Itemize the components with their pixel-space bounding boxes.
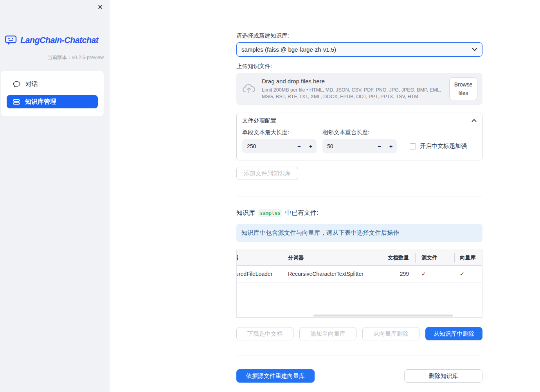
file-dropzone[interactable]: Drag and drop files here Limit 200MB per… (236, 73, 482, 105)
col-header-vector-store: 向量库 (454, 250, 482, 265)
upload-label: 上传知识文件: (236, 63, 482, 70)
divider (236, 356, 482, 356)
kb-selectbox-value: samples (faiss @ bge-large-zh-v1.5) (241, 46, 472, 53)
chat-smiley-logo-icon (5, 34, 17, 46)
cell-vector-check: ✓ (454, 266, 482, 282)
kb-level-buttons: 依据源文件重建向量库 删除知识库 (236, 369, 482, 383)
sidebar: ✕ LangChain-Chatchat 当前版本：v0.2.6-preview… (0, 0, 110, 392)
kb-files-prefix: 知识库 (236, 209, 255, 217)
chevron-up-icon (472, 119, 477, 122)
add-to-vector-button[interactable]: 添加至向量库 (299, 327, 356, 340)
cell-loader: UnstructuredFileLoader (237, 266, 282, 282)
main-panel: 请选择或新建知识库: samples (faiss @ bge-large-zh… (110, 0, 540, 392)
add-files-to-kb-button[interactable]: 添加文件到知识库 (236, 167, 298, 180)
cell-doc-count: 299 (372, 266, 415, 282)
empty-slot (320, 369, 399, 383)
delete-kb-button[interactable]: 删除知识库 (404, 369, 482, 383)
chunk-size-minus-button[interactable]: − (293, 143, 305, 149)
cell-splitter: RecursiveCharacterTextSplitter (282, 266, 372, 282)
kb-list-icon (13, 99, 20, 105)
chunk-size-plus-button[interactable]: + (305, 143, 317, 149)
download-selected-button[interactable]: 下载选中文档 (236, 327, 293, 340)
table-row[interactable]: UnstructuredFileLoader RecursiveCharacte… (237, 266, 482, 282)
app-title: LangChain-Chatchat (20, 36, 98, 45)
zh-title-enhance-label: 开启中文标题加强 (420, 142, 467, 150)
file-config-title: 文件处理配置 (242, 117, 276, 124)
zh-title-enhance-checkbox-group[interactable]: 开启中文标题加强 (410, 142, 467, 150)
sidebar-item-kb-management[interactable]: 知识库管理 (7, 95, 98, 108)
kb-files-table: 文档加载器 分词器 文档数量 源文件 向量库 UnstructuredFileL… (236, 250, 482, 318)
checkbox-unchecked-icon[interactable] (410, 143, 416, 149)
chunk-size-label: 单段文本最大长度: (242, 129, 317, 136)
dropzone-limit-text: Limit 200MB per file • HTML, MD, JSON, C… (262, 87, 448, 100)
upload-cloud-icon (242, 83, 256, 94)
chevron-down-icon (472, 48, 477, 51)
kb-files-suffix: 中已有文件: (285, 209, 318, 217)
browse-files-button[interactable]: Browse files (449, 77, 477, 101)
sidebar-item-label: 对话 (25, 80, 38, 88)
version-text: 当前版本：v0.2.6-preview (0, 54, 104, 61)
overlap-size-field: 相邻文本重合长度: 50 − + (322, 129, 397, 153)
kb-selectbox[interactable]: samples (faiss @ bge-large-zh-v1.5) (236, 42, 482, 57)
table-header-row: 文档加载器 分词器 文档数量 源文件 向量库 (237, 250, 482, 266)
col-header-doc-count: 文档数量 (372, 250, 415, 265)
col-header-loader: 文档加载器 (237, 250, 282, 265)
overlap-size-value: 50 (322, 143, 373, 149)
file-config-expander-header[interactable]: 文件处理配置 (237, 113, 482, 128)
overlap-size-input[interactable]: 50 − + (322, 139, 397, 153)
rebuild-vector-store-button[interactable]: 依据源文件重建向量库 (236, 369, 315, 383)
kb-select-label: 请选择或新建知识库: (236, 32, 482, 40)
sidebar-item-label: 知识库管理 (25, 98, 56, 106)
table-horizontal-scrollbar[interactable] (313, 315, 453, 316)
overlap-size-label: 相邻文本重合长度: (322, 129, 397, 136)
file-config-expander: 文件处理配置 单段文本最大长度: 250 − + 相邻文 (236, 113, 482, 160)
chat-bubble-icon (13, 81, 20, 88)
chunk-size-input[interactable]: 250 − + (242, 139, 317, 153)
file-action-buttons: 下载选中文档 添加至向量库 从向量库删除 从知识库中删除 (236, 327, 482, 340)
chunk-size-field: 单段文本最大长度: 250 − + (242, 129, 317, 153)
kb-files-heading: 知识库 samples 中已有文件: (236, 209, 482, 217)
cell-source-check: ✓ (415, 266, 454, 282)
overlap-size-minus-button[interactable]: − (373, 143, 385, 149)
sidebar-menu: 对话 知识库管理 (1, 71, 104, 116)
kb-name-code: samples (258, 209, 282, 217)
sidebar-item-dialogue[interactable]: 对话 (7, 77, 98, 91)
close-sidebar-icon[interactable]: ✕ (96, 3, 104, 11)
col-header-splitter: 分词器 (282, 250, 372, 265)
dropzone-title: Drag and drop files here (262, 78, 449, 85)
col-header-source-file: 源文件 (415, 250, 454, 265)
dropzone-text: Drag and drop files here Limit 200MB per… (262, 78, 449, 100)
overlap-size-plus-button[interactable]: + (385, 143, 397, 149)
app-logo: LangChain-Chatchat (5, 34, 106, 46)
delete-from-kb-button[interactable]: 从知识库中删除 (425, 327, 482, 340)
divider (236, 196, 482, 196)
chunk-size-value: 250 (242, 143, 293, 149)
delete-from-vector-button[interactable]: 从向量库删除 (362, 327, 419, 340)
info-banner: 知识库中包含源文件与向量库，请从下表中选择文件后操作 (236, 224, 482, 242)
